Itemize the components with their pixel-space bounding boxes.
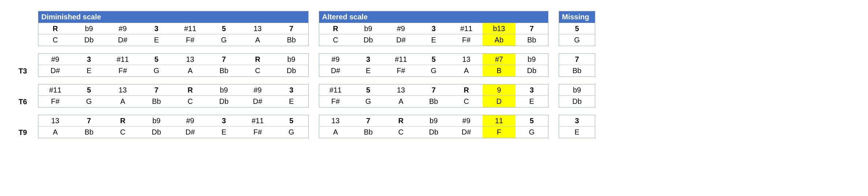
altered-header: Altered scale	[319, 11, 548, 23]
scale-column: 3E	[207, 115, 241, 138]
scale-row: RCb9Db#9D#3E#11F#b13Ab7Bb	[319, 23, 548, 46]
degree-cell: b9	[207, 84, 241, 96]
note-cell: A	[241, 34, 275, 46]
note-cell: F#	[319, 96, 352, 107]
degree-cell: #11	[385, 54, 417, 65]
missing-column: 5G	[559, 23, 595, 46]
note-cell: F#	[241, 127, 275, 138]
scale-column: RC	[385, 115, 417, 138]
note-cell: Db	[275, 65, 308, 76]
scale-column: 13A	[173, 54, 207, 76]
scale-row: #9D#3E#11F#5G13A7BbRCb9Db	[38, 53, 309, 77]
degree-cell: 7	[207, 54, 241, 65]
degree-cell: 5	[140, 54, 173, 65]
missing-degree-cell: 5	[559, 23, 595, 34]
degree-cell: 5	[72, 84, 106, 96]
note-cell: A	[450, 65, 483, 76]
scale-column: 13A	[241, 23, 275, 46]
degree-cell: #9	[173, 115, 207, 127]
degree-cell: 7	[140, 84, 173, 96]
missing-column: 7Bb	[559, 54, 595, 76]
note-cell: Bb	[516, 34, 548, 46]
missing-row: 3E	[559, 115, 595, 138]
scale-column: 13A	[38, 115, 72, 138]
degree-cell: #11	[173, 23, 207, 34]
note-cell: C	[241, 65, 275, 76]
degree-cell: b9	[140, 115, 173, 127]
degree-cell: #7	[483, 54, 515, 65]
degree-cell: R	[241, 54, 275, 65]
degree-cell: b9	[417, 115, 450, 127]
missing-note-cell: Db	[559, 96, 595, 107]
scale-column: #9D#	[450, 115, 483, 138]
scale-row: 13A7BbRCb9Db#9D#3E#11F#5G	[38, 115, 309, 138]
scale-column: #11F#	[173, 23, 207, 46]
scale-column: #9D#	[106, 23, 140, 46]
note-cell: F#	[385, 65, 417, 76]
degree-cell: 13	[106, 84, 140, 96]
note-cell: E	[207, 127, 241, 138]
degree-cell: #9	[385, 23, 417, 34]
degree-cell: 3	[417, 23, 450, 34]
note-cell: G	[207, 34, 241, 46]
note-cell: F#	[106, 65, 140, 76]
degree-cell: #9	[450, 115, 483, 127]
scale-column: 3E	[275, 84, 308, 107]
row-label-gutter: T3 T6 T9	[15, 11, 28, 138]
scale-column: 5G	[352, 84, 384, 107]
degree-cell: R	[38, 23, 72, 34]
note-cell: C	[173, 96, 207, 107]
row-label	[15, 53, 28, 65]
scale-column: 13A	[319, 115, 352, 138]
degree-cell: R	[385, 115, 417, 127]
scale-column: #11F#	[38, 84, 72, 107]
note-cell: F#	[450, 34, 483, 46]
degree-cell: 3	[275, 84, 308, 96]
scale-column: 5G	[140, 54, 173, 76]
note-cell: Bb	[207, 65, 241, 76]
note-cell: G	[417, 65, 450, 76]
scale-column: RC	[450, 84, 483, 107]
note-cell: Db	[207, 96, 241, 107]
scale-row: RCb9Db#9D#3E#11F#5G13A7Bb	[38, 23, 309, 46]
missing-note-cell: G	[559, 34, 595, 46]
scale-column: 13A	[385, 84, 417, 107]
note-cell: G	[72, 96, 106, 107]
degree-cell: #9	[319, 54, 352, 65]
note-cell: C	[385, 127, 417, 138]
degree-cell: #9	[241, 84, 275, 96]
scale-column: b13Ab	[483, 23, 515, 46]
scale-column: 3E	[352, 54, 384, 76]
degree-cell: b9	[516, 54, 548, 65]
scale-column: #9D#	[385, 23, 417, 46]
degree-cell: 5	[516, 115, 548, 127]
scale-column: b9Db	[72, 23, 106, 46]
scale-column: 7Bb	[275, 23, 308, 46]
scale-column: 5G	[417, 54, 450, 76]
scale-column: b9Db	[352, 23, 384, 46]
scale-column: #11F#	[241, 115, 275, 138]
scale-column: 5G	[207, 23, 241, 46]
missing-note-cell: Bb	[559, 65, 595, 76]
note-cell: D#	[241, 96, 275, 107]
scale-column: b9Db	[417, 115, 450, 138]
scale-column: RC	[241, 54, 275, 76]
scale-column: 9D	[483, 84, 515, 107]
missing-header: Missing	[559, 11, 595, 23]
scale-column: 7Bb	[516, 23, 548, 46]
missing-degree-cell: b9	[559, 84, 595, 96]
scale-column: 3E	[72, 54, 106, 76]
degree-cell: 13	[241, 23, 275, 34]
degree-cell: 7	[352, 115, 384, 127]
missing-column: 3E	[559, 115, 595, 138]
scale-column: b9Db	[516, 54, 548, 76]
note-cell: Db	[72, 34, 106, 46]
scale-column: #11F#	[385, 54, 417, 76]
degree-cell: 7	[417, 84, 450, 96]
degree-cell: #11	[241, 115, 275, 127]
note-cell: D#	[173, 127, 207, 138]
degree-cell: R	[319, 23, 352, 34]
scale-column: 5G	[275, 115, 308, 138]
missing-column: b9Db	[559, 84, 595, 107]
scale-column: 3E	[516, 84, 548, 107]
